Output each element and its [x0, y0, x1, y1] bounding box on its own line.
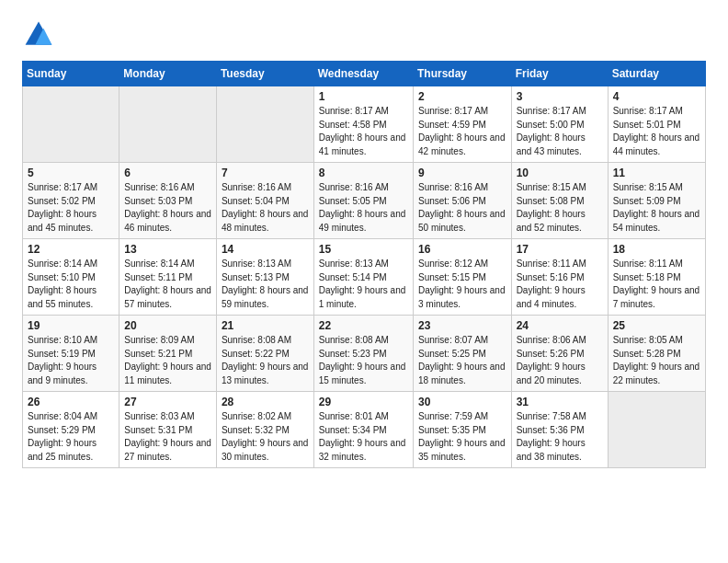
calendar-cell [608, 392, 705, 468]
day-number: 27 [124, 396, 211, 408]
day-number: 19 [28, 319, 114, 332]
calendar-cell: 18Sunrise: 8:11 AM Sunset: 5:18 PM Dayli… [608, 239, 705, 316]
calendar-cell: 23Sunrise: 8:07 AM Sunset: 5:25 PM Dayli… [413, 316, 511, 392]
day-number: 4 [613, 90, 700, 103]
page: SundayMondayTuesdayWednesdayThursdayFrid… [0, 0, 728, 483]
calendar-cell: 20Sunrise: 8:09 AM Sunset: 5:21 PM Dayli… [119, 316, 217, 392]
weekday-header-monday: Monday [119, 62, 217, 86]
calendar-cell: 26Sunrise: 8:04 AM Sunset: 5:29 PM Dayli… [23, 392, 119, 468]
day-info: Sunrise: 8:15 AM Sunset: 5:09 PM Dayligh… [613, 181, 700, 235]
day-info: Sunrise: 8:17 AM Sunset: 4:59 PM Dayligh… [418, 105, 506, 158]
calendar-row-4: 19Sunrise: 8:10 AM Sunset: 5:19 PM Dayli… [23, 316, 706, 392]
day-number: 11 [613, 167, 700, 179]
calendar-row-5: 26Sunrise: 8:04 AM Sunset: 5:29 PM Dayli… [23, 392, 706, 468]
day-number: 15 [319, 243, 408, 256]
day-info: Sunrise: 8:17 AM Sunset: 5:01 PM Dayligh… [613, 105, 700, 158]
calendar-cell [119, 86, 217, 163]
calendar-cell: 24Sunrise: 8:06 AM Sunset: 5:26 PM Dayli… [511, 316, 608, 392]
day-number: 21 [222, 319, 309, 332]
day-number: 18 [613, 243, 700, 256]
day-number: 8 [319, 167, 408, 179]
day-info: Sunrise: 8:11 AM Sunset: 5:18 PM Dayligh… [613, 258, 700, 311]
weekday-header-thursday: Thursday [413, 62, 511, 86]
calendar-cell: 22Sunrise: 8:08 AM Sunset: 5:23 PM Dayli… [313, 316, 413, 392]
day-number: 16 [418, 243, 506, 256]
calendar-cell: 10Sunrise: 8:15 AM Sunset: 5:08 PM Dayli… [511, 163, 608, 239]
calendar-cell: 13Sunrise: 8:14 AM Sunset: 5:11 PM Dayli… [119, 239, 217, 316]
calendar-cell: 9Sunrise: 8:16 AM Sunset: 5:06 PM Daylig… [413, 163, 511, 239]
calendar-cell: 14Sunrise: 8:13 AM Sunset: 5:13 PM Dayli… [216, 239, 313, 316]
day-info: Sunrise: 8:01 AM Sunset: 5:34 PM Dayligh… [319, 410, 408, 464]
calendar-cell: 2Sunrise: 8:17 AM Sunset: 4:59 PM Daylig… [413, 86, 511, 163]
day-info: Sunrise: 8:05 AM Sunset: 5:28 PM Dayligh… [613, 334, 700, 387]
day-number: 26 [28, 396, 114, 408]
day-number: 25 [613, 319, 700, 332]
calendar-cell: 7Sunrise: 8:16 AM Sunset: 5:04 PM Daylig… [216, 163, 313, 239]
day-number: 31 [517, 396, 603, 408]
day-info: Sunrise: 8:10 AM Sunset: 5:19 PM Dayligh… [28, 334, 114, 387]
day-number: 9 [418, 167, 506, 179]
day-info: Sunrise: 8:13 AM Sunset: 5:13 PM Dayligh… [222, 258, 309, 311]
weekday-header-row: SundayMondayTuesdayWednesdayThursdayFrid… [23, 62, 706, 86]
day-number: 24 [517, 319, 603, 332]
logo-icon [22, 18, 55, 52]
calendar-cell: 25Sunrise: 8:05 AM Sunset: 5:28 PM Dayli… [608, 316, 705, 392]
weekday-header-tuesday: Tuesday [216, 62, 313, 86]
day-number: 17 [517, 243, 603, 256]
calendar-cell: 21Sunrise: 8:08 AM Sunset: 5:22 PM Dayli… [216, 316, 313, 392]
day-info: Sunrise: 8:13 AM Sunset: 5:14 PM Dayligh… [319, 258, 408, 311]
calendar-cell: 15Sunrise: 8:13 AM Sunset: 5:14 PM Dayli… [313, 239, 413, 316]
day-number: 5 [28, 167, 114, 179]
calendar-cell: 6Sunrise: 8:16 AM Sunset: 5:03 PM Daylig… [119, 163, 217, 239]
weekday-header-friday: Friday [511, 62, 608, 86]
day-info: Sunrise: 8:16 AM Sunset: 5:04 PM Dayligh… [222, 181, 309, 235]
calendar-row-2: 5Sunrise: 8:17 AM Sunset: 5:02 PM Daylig… [23, 163, 706, 239]
day-info: Sunrise: 7:58 AM Sunset: 5:36 PM Dayligh… [517, 410, 603, 464]
day-number: 14 [222, 243, 309, 256]
day-number: 28 [222, 396, 309, 408]
day-info: Sunrise: 8:17 AM Sunset: 5:02 PM Dayligh… [28, 181, 114, 235]
day-info: Sunrise: 8:08 AM Sunset: 5:23 PM Dayligh… [319, 334, 408, 387]
calendar-cell: 27Sunrise: 8:03 AM Sunset: 5:31 PM Dayli… [119, 392, 217, 468]
day-info: Sunrise: 8:16 AM Sunset: 5:03 PM Dayligh… [124, 181, 211, 235]
day-number: 3 [517, 90, 603, 103]
calendar-row-3: 12Sunrise: 8:14 AM Sunset: 5:10 PM Dayli… [23, 239, 706, 316]
calendar-row-1: 1Sunrise: 8:17 AM Sunset: 4:58 PM Daylig… [23, 86, 706, 163]
calendar-cell: 29Sunrise: 8:01 AM Sunset: 5:34 PM Dayli… [313, 392, 413, 468]
day-info: Sunrise: 8:12 AM Sunset: 5:15 PM Dayligh… [418, 258, 506, 311]
calendar-cell: 31Sunrise: 7:58 AM Sunset: 5:36 PM Dayli… [511, 392, 608, 468]
weekday-header-saturday: Saturday [608, 62, 705, 86]
day-number: 10 [517, 167, 603, 179]
calendar-cell: 3Sunrise: 8:17 AM Sunset: 5:00 PM Daylig… [511, 86, 608, 163]
calendar-cell [23, 86, 119, 163]
calendar-cell: 4Sunrise: 8:17 AM Sunset: 5:01 PM Daylig… [608, 86, 705, 163]
day-number: 30 [418, 396, 506, 408]
day-info: Sunrise: 8:14 AM Sunset: 5:10 PM Dayligh… [28, 258, 114, 311]
day-info: Sunrise: 8:04 AM Sunset: 5:29 PM Dayligh… [28, 410, 114, 464]
header [22, 18, 706, 52]
calendar-cell: 28Sunrise: 8:02 AM Sunset: 5:32 PM Dayli… [216, 392, 313, 468]
day-info: Sunrise: 8:09 AM Sunset: 5:21 PM Dayligh… [124, 334, 211, 387]
day-info: Sunrise: 8:17 AM Sunset: 5:00 PM Dayligh… [517, 105, 603, 158]
day-info: Sunrise: 8:06 AM Sunset: 5:26 PM Dayligh… [517, 334, 603, 387]
day-number: 20 [124, 319, 211, 332]
day-number: 12 [28, 243, 114, 256]
calendar-cell: 19Sunrise: 8:10 AM Sunset: 5:19 PM Dayli… [23, 316, 119, 392]
day-number: 6 [124, 167, 211, 179]
calendar-cell: 16Sunrise: 8:12 AM Sunset: 5:15 PM Dayli… [413, 239, 511, 316]
calendar-cell: 12Sunrise: 8:14 AM Sunset: 5:10 PM Dayli… [23, 239, 119, 316]
calendar-table: SundayMondayTuesdayWednesdayThursdayFrid… [22, 61, 706, 468]
day-info: Sunrise: 8:16 AM Sunset: 5:06 PM Dayligh… [418, 181, 506, 235]
day-number: 22 [319, 319, 408, 332]
day-number: 2 [418, 90, 506, 103]
day-info: Sunrise: 8:07 AM Sunset: 5:25 PM Dayligh… [418, 334, 506, 387]
weekday-header-wednesday: Wednesday [313, 62, 413, 86]
day-info: Sunrise: 8:02 AM Sunset: 5:32 PM Dayligh… [222, 410, 309, 464]
calendar-cell: 30Sunrise: 7:59 AM Sunset: 5:35 PM Dayli… [413, 392, 511, 468]
day-number: 7 [222, 167, 309, 179]
day-number: 23 [418, 319, 506, 332]
day-info: Sunrise: 8:03 AM Sunset: 5:31 PM Dayligh… [124, 410, 211, 464]
day-info: Sunrise: 8:15 AM Sunset: 5:08 PM Dayligh… [517, 181, 603, 235]
day-info: Sunrise: 8:17 AM Sunset: 4:58 PM Dayligh… [319, 105, 408, 158]
day-info: Sunrise: 8:11 AM Sunset: 5:16 PM Dayligh… [517, 258, 603, 311]
